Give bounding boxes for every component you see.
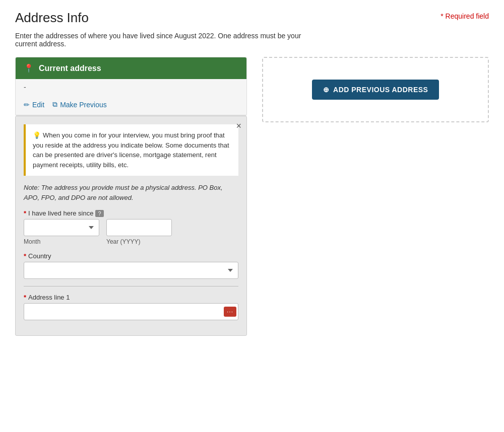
country-select[interactable]: United States Canada Mexico	[24, 262, 238, 279]
help-button[interactable]: ?	[95, 210, 103, 217]
close-button[interactable]: ×	[236, 121, 241, 130]
edit-icon: ✏	[24, 101, 30, 109]
card-header: 📍 Current address	[16, 57, 246, 79]
make-previous-button[interactable]: ⧉ Make Previous	[52, 99, 107, 110]
country-field: * Country United States Canada Mexico	[24, 252, 238, 279]
address-line1-label: * Address line 1	[24, 294, 238, 301]
page-description: Enter the addresses of where you have li…	[15, 32, 307, 48]
card-header-title: Current address	[39, 64, 101, 73]
add-previous-address-button[interactable]: ⊕ ADD PREVIOUS ADDRESS	[312, 80, 439, 100]
month-select[interactable]: January February March April May June Ju…	[24, 219, 99, 236]
address-dots-button[interactable]: ···	[224, 307, 236, 317]
country-label: * Country	[24, 252, 238, 260]
edit-button[interactable]: ✏ Edit	[24, 99, 44, 110]
note-text: Note: The address you provide must be a …	[24, 183, 238, 202]
address-form-popup: × 💡When you come in for your interview, …	[15, 116, 247, 336]
year-label: Year (YYYY)	[106, 238, 172, 245]
copy-icon: ⧉	[52, 100, 57, 109]
plus-icon: ⊕	[323, 86, 330, 94]
address-line1-input[interactable]	[24, 303, 238, 320]
lightbulb-icon: 💡	[33, 131, 41, 139]
current-address-card: 📍 Current address - ✏ Edit ⧉ Make Previo…	[15, 57, 247, 116]
card-dash: -	[16, 79, 246, 95]
required-field-note: * Required field	[440, 12, 489, 20]
date-row: January February March April May June Ju…	[24, 219, 238, 245]
lived-since-field: * I have lived here since ? January Febr…	[24, 209, 238, 245]
right-panel: ⊕ ADD PREVIOUS ADDRESS	[262, 57, 489, 122]
divider	[24, 286, 238, 286]
country-required-star: *	[24, 252, 26, 260]
year-col: Year (YYYY)	[106, 219, 172, 245]
lived-since-label: * I have lived here since ?	[24, 209, 238, 217]
pin-icon: 📍	[24, 63, 34, 73]
month-label: Month	[24, 238, 99, 245]
info-box: 💡When you come in for your interview, yo…	[24, 124, 238, 176]
address-line1-field: * Address line 1 ···	[24, 294, 238, 320]
page-title: Address Info	[15, 10, 89, 26]
year-input[interactable]	[106, 219, 172, 236]
required-star: *	[24, 209, 26, 217]
address-line-row: ···	[24, 303, 238, 320]
left-panel: 📍 Current address - ✏ Edit ⧉ Make Previo…	[15, 57, 247, 336]
card-actions: ✏ Edit ⧉ Make Previous	[16, 95, 246, 115]
address-required-star: *	[24, 294, 26, 301]
month-col: January February March April May June Ju…	[24, 219, 99, 245]
